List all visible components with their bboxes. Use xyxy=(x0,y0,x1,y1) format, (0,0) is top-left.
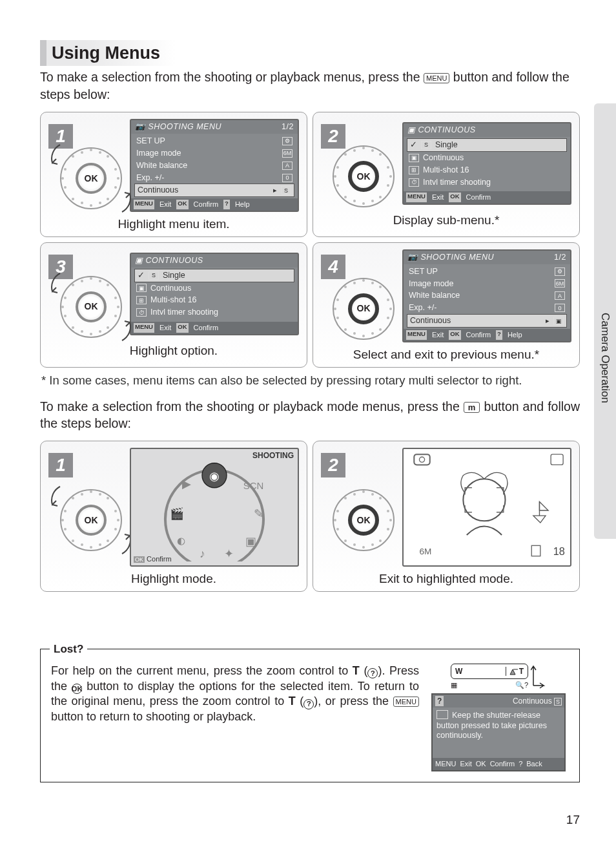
help-icon: ? xyxy=(367,668,378,678)
lost-help-box: Lost? For help on the current menu, pres… xyxy=(40,649,580,782)
lcd-screen: ▣ CONTINUOUS ✓SSingle ▣Continuous ⊞Multi… xyxy=(402,122,571,205)
svg-text:▣: ▣ xyxy=(245,535,256,548)
zoom-pointer-icon xyxy=(531,664,546,691)
ok-center-pressed: OK xyxy=(348,161,379,192)
rotate-arrow-icon xyxy=(113,316,131,342)
page-number: 17 xyxy=(566,812,580,828)
side-tab: Camera Operation xyxy=(594,103,616,539)
step-caption: Select and exit to previous menu.* xyxy=(321,346,571,363)
step-3: 3 OK ▣ CONTINUOUS ✓SSingle xyxy=(40,242,307,368)
svg-text:SCN: SCN xyxy=(243,481,264,492)
zoom-control-icon: W T ▦🔍? xyxy=(444,664,553,691)
svg-text:◐: ◐ xyxy=(177,535,185,546)
rotate-arrow-icon xyxy=(51,143,69,169)
step-number: 4 xyxy=(321,255,345,279)
svg-rect-17 xyxy=(531,545,540,556)
lost-title: Lost? xyxy=(50,642,87,657)
mode-dial-graphic: ◉ ▶ SCN 🎬 ✎ ◐ ▣ ♪ ✦ xyxy=(131,449,298,561)
rotary-selector-icon: OK xyxy=(333,489,395,551)
svg-rect-13 xyxy=(551,454,563,465)
rotary-selector-icon: OK xyxy=(60,276,122,338)
ok-center-pressed: OK xyxy=(348,293,379,324)
step-caption: Exit to highlighted mode. xyxy=(321,571,571,587)
rotary-selector-icon: OK xyxy=(333,145,395,207)
preview-screen: 6M 18 xyxy=(402,448,571,567)
step-number: 1 xyxy=(48,453,73,477)
steps-grid-a: 1 OK 📷 SHOOTING MENU 1/2 xyxy=(40,112,580,367)
help-screenshot: W T ▦🔍? ? Continuous S Keep the shutter-… xyxy=(428,664,569,771)
ok-center: OK xyxy=(76,291,107,322)
lost-text: For help on the current menu, press the … xyxy=(51,664,419,771)
step-caption: Highlight option. xyxy=(48,342,299,359)
rotate-arrow-icon xyxy=(51,485,69,511)
help-lcd: ? Continuous S Keep the shutter-release … xyxy=(431,693,566,771)
mode-dial-screen: SHOOTING ◉ ▶ SCN 🎬 ✎ ◐ ▣ ♪ ✦ OK Confirm xyxy=(130,448,299,567)
intro-paragraph-2: To make a selection from the shooting or… xyxy=(40,398,580,432)
step-caption: Highlight mode. xyxy=(48,571,299,587)
step-caption: Display sub-menu.* xyxy=(321,212,571,229)
rotate-arrow-icon xyxy=(113,187,131,213)
steps-grid-b: 1 OK SHOOTING xyxy=(40,441,580,592)
footnote: * In some cases, menu items can also be … xyxy=(41,373,580,389)
step-4: 4 OK 📷 SHOOTING MENU 1/2 SET UP⚙ Image m… xyxy=(313,242,580,368)
step-1: 1 OK 📷 SHOOTING MENU 1/2 xyxy=(40,112,307,237)
svg-text:✦: ✦ xyxy=(224,547,234,560)
svg-text:✎: ✎ xyxy=(254,507,263,520)
svg-point-14 xyxy=(463,479,505,521)
rotate-arrow-icon xyxy=(51,272,69,298)
ok-center-pressed: OK xyxy=(348,505,379,536)
svg-text:◉: ◉ xyxy=(209,470,220,483)
mode-button-icon: m xyxy=(464,402,480,413)
menu-button-icon: MENU xyxy=(393,697,419,707)
ok-icon: OK xyxy=(72,684,82,694)
mode-step-1: 1 OK SHOOTING xyxy=(40,441,307,592)
rotary-selector-icon: OK xyxy=(60,147,122,209)
rotary-selector-icon: OK xyxy=(60,489,122,551)
step-number: 2 xyxy=(321,453,345,477)
svg-text:18: 18 xyxy=(553,545,565,557)
svg-point-12 xyxy=(419,457,424,462)
ok-center: OK xyxy=(76,505,107,536)
svg-text:♪: ♪ xyxy=(200,547,205,560)
svg-rect-11 xyxy=(414,454,429,465)
ok-center: OK xyxy=(76,163,107,194)
lcd-screen: ▣ CONTINUOUS ✓SSingle ▣Continuous ⊞Multi… xyxy=(130,253,299,335)
step-2: 2 OK ▣ CONTINUOUS ✓SSingle ▣Continuous ⊞… xyxy=(313,112,580,237)
rotary-selector-icon: OK xyxy=(333,278,395,340)
lcd-screen: 📷 SHOOTING MENU 1/2 SET UP⚙ Image mode6M… xyxy=(130,119,299,212)
rotate-arrow-icon xyxy=(113,529,131,555)
section-title: Using Menus xyxy=(40,40,176,66)
svg-text:🎬: 🎬 xyxy=(170,507,185,521)
mode-step-2: 2 OK xyxy=(313,441,580,592)
step-caption: Highlight menu item. xyxy=(48,216,299,233)
side-tab-label: Camera Operation xyxy=(598,313,613,539)
svg-text:▶: ▶ xyxy=(182,477,191,490)
intro-paragraph-1: To make a selection from the shooting or… xyxy=(40,68,580,103)
svg-text:6M: 6M xyxy=(419,547,431,556)
lcd-screen: 📷 SHOOTING MENU 1/2 SET UP⚙ Image mode6M… xyxy=(402,249,571,342)
menu-button-icon: MENU xyxy=(424,73,449,83)
help-icon: ? xyxy=(303,699,314,709)
